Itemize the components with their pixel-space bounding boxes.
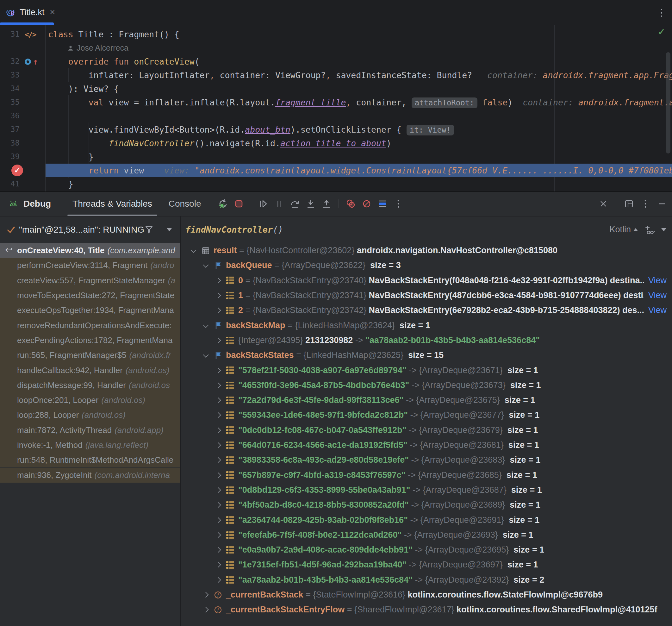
language-selector[interactable]: Kotlin (609, 225, 638, 234)
stack-frame[interactable]: moveToExpectedState:272, FragmentState (0, 288, 181, 303)
stack-frame[interactable]: invoke:-1, Method(java.lang.reflect) (0, 438, 181, 453)
step-over-icon[interactable] (289, 198, 301, 209)
variable-row[interactable]: "4653f0fd-3e96-45a4-87b5-4bdbcb76e4b3" -… (181, 378, 672, 393)
thread-dropdown-icon[interactable] (167, 228, 172, 231)
variable-row[interactable]: result = {NavHostController@23602} andro… (181, 243, 672, 258)
step-into-icon[interactable] (305, 198, 316, 209)
code-line-33[interactable]: 33 inflater: LayoutInflater, container: … (0, 68, 672, 82)
stack-frame[interactable]: execPendingActions:1782, FragmentMana (0, 333, 181, 348)
chevron-right-icon[interactable] (215, 412, 221, 418)
code-line-32[interactable]: 32↑ override fun onCreateView( (0, 55, 672, 68)
code-line-31[interactable]: 31</>class Title : Fragment() { (0, 27, 672, 41)
inspections-ok-icon[interactable]: ✓ (658, 27, 665, 37)
variable-row[interactable]: "38983358-6c8a-493c-ad29-e80d58e19efe" -… (181, 453, 672, 467)
variable-row[interactable]: {Integer@24395} 2131230982 -> "aa78aab2-… (181, 333, 672, 348)
overrides-method-icon[interactable]: ↑ (33, 59, 38, 65)
stack-frame[interactable]: run:548, RuntimeInit$MethodAndArgsCalle (0, 453, 181, 467)
view-link[interactable]: View (644, 305, 667, 315)
chevron-right-icon[interactable] (215, 562, 221, 568)
resume-icon[interactable] (258, 198, 269, 209)
variable-row[interactable]: "a2364744-0829-425b-93ab-02b0f9f8eb16" -… (181, 512, 672, 527)
stack-frame[interactable]: dispatchMessage:99, Handler(android.os (0, 378, 181, 393)
stack-frame[interactable]: executeOpsTogether:1934, FragmentMana (0, 303, 181, 318)
stack-frame[interactable]: run:565, FragmentManager$5(androidx.fr (0, 348, 181, 363)
filter-frames-icon[interactable] (144, 225, 154, 235)
code-line-40[interactable]: ✓ return view view: "androidx.constraint… (0, 164, 672, 177)
variable-row[interactable]: "72a2d79d-6e3f-45fe-9dad-99ff38113ce6" -… (181, 393, 672, 408)
stack-frame[interactable]: removeRedundantOperationsAndExecute: (0, 318, 181, 333)
stack-frame[interactable]: loopOnce:201, Looper(android.os) (0, 393, 181, 408)
mute-breakpoints-icon[interactable] (361, 198, 373, 209)
breakpoint-hit-icon[interactable]: ✓ (11, 165, 23, 176)
chevron-right-icon[interactable] (203, 592, 209, 598)
chevron-down-icon[interactable] (203, 262, 209, 268)
variable-row[interactable]: "657b897e-c9f7-4bfd-a319-c8453f76597c" -… (181, 468, 672, 483)
chevron-right-icon[interactable] (215, 487, 221, 493)
tab-title-kt[interactable]: Title.kt ✕ (0, 0, 54, 25)
step-out-icon[interactable] (321, 198, 332, 209)
chevron-right-icon[interactable] (215, 427, 221, 433)
variable-row[interactable]: "578ef21f-5030-4038-a907-6a97e6d89794" -… (181, 363, 672, 377)
variable-row[interactable]: "4bf50a2b-d8c0-4218-8bb5-8300852a20fd" -… (181, 497, 672, 512)
pause-icon[interactable] (273, 198, 285, 209)
variable-row[interactable]: 1 = {NavBackStackEntry@23741} NavBackSta… (181, 288, 672, 303)
layout-icon[interactable] (623, 198, 635, 209)
chevron-right-icon[interactable] (215, 457, 221, 463)
thread-selector[interactable]: "main"@21,58...ain": RUNNING (0, 216, 181, 243)
code-line-34[interactable]: 34 ): View? { (0, 82, 672, 96)
chevron-right-icon[interactable] (203, 607, 209, 613)
editor-scrollbar[interactable] (666, 52, 670, 154)
stack-frame[interactable]: main:7872, ActivityThread(android.app) (0, 423, 181, 438)
evaluate-expression-bar[interactable]: findNavController() Kotlin (181, 216, 672, 243)
stack-frame[interactable]: createView:557, FragmentStateManager(a (0, 273, 181, 288)
chevron-right-icon[interactable] (215, 472, 221, 478)
variable-row[interactable]: "efeefab6-7f5f-408f-b0e2-1122dca0d260" -… (181, 528, 672, 542)
more-icon[interactable] (393, 198, 404, 209)
stack-frame[interactable]: handleCallback:942, Handler(android.os) (0, 363, 181, 377)
chevron-right-icon[interactable] (215, 367, 221, 373)
chevron-right-icon[interactable] (215, 532, 221, 538)
variable-row[interactable]: backStackMap = {LinkedHashMap@23624} siz… (181, 318, 672, 333)
variable-row[interactable]: backStackStates = {LinkedHashMap@23625} … (181, 348, 672, 363)
variable-row[interactable]: f_currentBackStack = {StateFlowImpl@2361… (181, 587, 672, 602)
stack-frame[interactable]: performCreateView:3114, Fragment(andro (0, 258, 181, 273)
code-line-38[interactable]: 38 findNavController().navigate(R.id.act… (0, 136, 672, 150)
chevron-right-icon[interactable] (215, 547, 221, 553)
chevron-right-icon[interactable] (215, 338, 221, 343)
code-line-37[interactable]: 37 view.findViewById<Button>(R.id.about_… (0, 123, 672, 136)
recursive-call-icon[interactable] (25, 59, 31, 65)
chevron-right-icon[interactable] (215, 517, 221, 523)
stack-frame[interactable]: ↩onCreateView:40, Title(com.example.and (0, 243, 181, 258)
chevron-down-icon[interactable] (203, 352, 209, 357)
tab-close-icon[interactable]: ✕ (50, 8, 55, 17)
variable-row[interactable]: "559343ee-1de6-48e5-97f1-9bfcda2c812b" -… (181, 408, 672, 422)
close-icon[interactable] (598, 198, 609, 209)
code-line-author[interactable]: Jose Alcerreca (0, 41, 672, 55)
code-line-36[interactable]: 36 (0, 109, 672, 123)
add-to-watches-icon[interactable] (644, 224, 655, 235)
stack-frame[interactable]: loop:288, Looper(android.os) (0, 408, 181, 422)
code-line-39[interactable]: 39 } (0, 150, 672, 164)
code-vision-icon[interactable]: </> (25, 30, 36, 39)
stack-frame[interactable]: main:936, ZygoteInit(com.android.interna (0, 468, 181, 483)
more-icon[interactable] (640, 198, 651, 209)
stop-icon[interactable] (233, 198, 245, 209)
chevron-right-icon[interactable] (215, 278, 221, 283)
variable-row[interactable]: backQueue = {ArrayDeque@23622} size = 3 (181, 258, 672, 273)
chevron-right-icon[interactable] (215, 382, 221, 388)
variable-row[interactable]: "e0a9a0b7-2a9d-408c-acac-809dde4ebb91" -… (181, 542, 672, 557)
variable-row[interactable]: 2 = {NavBackStackEntry@23742} NavBackSta… (181, 303, 672, 318)
variable-row[interactable]: 0 = {NavBackStackEntry@23740} NavBackSta… (181, 273, 672, 288)
code-line-35[interactable]: 35 val view = inflater.inflate(R.layout.… (0, 96, 672, 109)
show-execution-point-icon[interactable] (377, 198, 388, 209)
variable-row[interactable]: "0d8bd129-c6f3-4353-8999-55be0a43ab91" -… (181, 483, 672, 497)
variable-row[interactable]: "aa78aab2-b01b-43b5-b4b3-aa814e536c84" -… (181, 573, 672, 587)
chevron-right-icon[interactable] (215, 308, 221, 313)
code-editor[interactable]: 31</>class Title : Fragment() {Jose Alce… (0, 25, 672, 191)
view-link[interactable]: View (644, 291, 667, 300)
chevron-right-icon[interactable] (215, 577, 221, 583)
debug-tab-threads-variables[interactable]: Threads & Variables (64, 192, 161, 216)
chevron-down-icon[interactable] (190, 247, 196, 253)
view-breakpoints-icon[interactable] (345, 198, 357, 209)
variable-row[interactable]: "664d0716-6234-4566-ac1e-da19192f5fd5" -… (181, 438, 672, 453)
